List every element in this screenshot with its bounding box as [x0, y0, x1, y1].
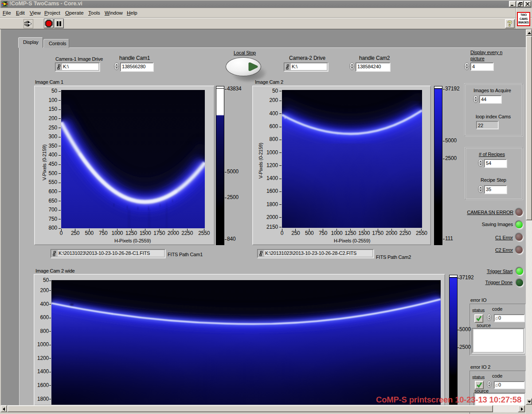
svg-text:?: ? — [508, 20, 512, 27]
